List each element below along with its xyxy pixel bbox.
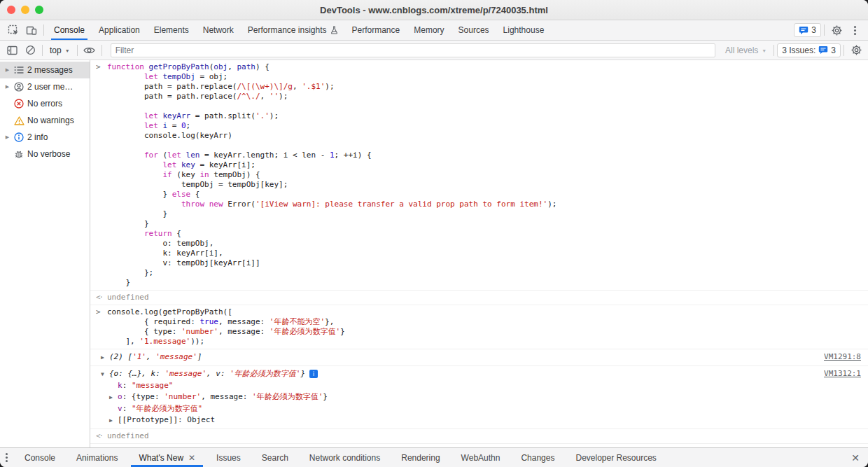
code-token: ], <box>107 337 139 346</box>
code-token <box>107 111 144 120</box>
drawer-tab-what-s-new[interactable]: What's New✕ <box>128 448 206 467</box>
expand-triangle-icon[interactable]: ▶ <box>4 84 11 90</box>
tab-performance-insights[interactable]: Performance insights <box>241 20 345 40</box>
window-title: DevTools - www.cnblogs.com/xtreme/p/7240… <box>0 5 868 15</box>
console-prompt[interactable]: > <box>90 444 868 447</box>
code-token: } <box>300 369 305 378</box>
drawer-tab-animations[interactable]: Animations <box>66 448 128 467</box>
code-token: undefined <box>107 293 149 302</box>
code-line: let key = keyArr[i]; <box>90 160 868 170</box>
drawer-tab-console[interactable]: Console <box>14 448 66 467</box>
sidebar-item-no-errors[interactable]: No errors <box>0 95 90 112</box>
code-line: }; <box>90 268 868 278</box>
device-toolbar-icon[interactable] <box>22 22 41 39</box>
drawer-tab-rendering[interactable]: Rendering <box>391 448 450 467</box>
expand-triangle-icon[interactable]: ▶ <box>4 134 11 140</box>
filter-input[interactable] <box>111 43 715 57</box>
drawer-tab-search[interactable]: Search <box>251 448 299 467</box>
tab-console[interactable]: Console <box>47 20 92 40</box>
sidebar-item-2-user-me[interactable]: ▶2 user me… <box>0 78 90 95</box>
code-token: ); <box>325 82 334 91</box>
code-line: ▶(2) ['1', 'message'] <box>90 351 868 363</box>
console-sidebar-toggle-icon[interactable] <box>3 42 21 59</box>
code-token: tempObj = tempObj[key]; <box>107 180 288 189</box>
expand-triangle-icon[interactable]: ▶ <box>4 67 11 73</box>
sidebar-item-2-messages[interactable]: ▶2 messages <box>0 62 90 78</box>
settings-gear-icon[interactable] <box>827 22 846 39</box>
sidebar-item-label: No warnings <box>27 116 74 125</box>
code-token: } <box>107 278 130 287</box>
tab-lighthouse[interactable]: Lighthouse <box>496 20 552 40</box>
tab-application[interactable]: Application <box>92 20 147 40</box>
expand-triangle-icon[interactable]: ▶ <box>101 352 109 363</box>
sidebar-item-2-info[interactable]: ▶2 info <box>0 129 90 146</box>
code-token: 'message' <box>164 369 206 378</box>
code-line: } <box>90 278 868 288</box>
code-token: '年龄必须为数字值' <box>270 327 340 336</box>
live-expression-eye-icon[interactable] <box>80 42 99 59</box>
code-token: v: tempObj[keyArr[i]] <box>107 258 260 267</box>
code-token: , <box>227 62 237 71</box>
drawer-tab-network-conditions[interactable]: Network conditions <box>299 448 391 467</box>
code-line: throw new Error('[iView warn]: please tr… <box>90 200 868 209</box>
tab-network[interactable]: Network <box>196 20 241 40</box>
console-prompt-chevron-icon: > <box>96 446 101 447</box>
console-sidebar: ▶2 messages▶2 user me…No errorsNo warnin… <box>0 60 90 447</box>
sidebar-item-no-verbose[interactable]: No verbose <box>0 146 90 162</box>
drawer-close-icon[interactable]: ✕ <box>843 452 868 463</box>
issue-bubble-icon <box>799 26 808 35</box>
code-token: { <box>190 190 200 199</box>
code-token: ; ++i) { <box>335 151 372 160</box>
code-line: ▼{o: {…}, k: 'message', v: '年龄必须为数字值'}i <box>90 368 868 380</box>
code-token: : <box>122 381 132 390</box>
code-token: }; <box>107 268 153 277</box>
code-token: /^\./ <box>237 92 260 101</box>
code-token: }, <box>325 317 334 326</box>
inspect-element-icon[interactable] <box>4 22 22 39</box>
divider <box>844 45 844 56</box>
execution-context-selector[interactable]: top ▼ <box>46 46 74 55</box>
close-tab-icon[interactable]: ✕ <box>188 453 195 463</box>
code-token: ) { <box>255 62 270 71</box>
code-token: '.$1' <box>302 82 325 91</box>
tab-sources[interactable]: Sources <box>451 20 496 40</box>
code-token: '[iView warn]: please transfer a valid p… <box>255 200 547 209</box>
code-token: path <box>237 62 255 71</box>
drawer-tab-label: Network conditions <box>309 453 380 463</box>
tab-performance[interactable]: Performance <box>345 20 407 40</box>
code-line: console.log(getPropByPath([ <box>90 307 868 317</box>
issues-badge[interactable]: 3 <box>794 23 821 37</box>
log-levels-dropdown[interactable]: All levels ▼ <box>721 46 771 55</box>
code-token: Error( <box>223 200 255 209</box>
expand-triangle-icon[interactable]: ▶ <box>109 415 118 426</box>
drawer-tab-issues[interactable]: Issues <box>206 448 251 467</box>
value-info-icon[interactable]: i <box>309 370 318 378</box>
drawer-tab-webauthn[interactable]: WebAuthn <box>451 448 511 467</box>
expand-triangle-icon[interactable]: ▶ <box>109 392 118 403</box>
tab-elements[interactable]: Elements <box>147 20 196 40</box>
more-options-icon[interactable] <box>846 22 864 39</box>
sidebar-item-label: 2 messages <box>27 65 73 75</box>
tab-memory[interactable]: Memory <box>407 20 451 40</box>
code-line: ▶o: {type: 'number', message: '年龄必须为数字值'… <box>90 391 868 403</box>
tab-label: Performance <box>352 25 400 35</box>
drawer-tab-changes[interactable]: Changes <box>510 448 565 467</box>
code-token: 0 <box>181 121 186 130</box>
drawer-tab-developer-resources[interactable]: Developer Resources <box>565 448 666 467</box>
console-settings-gear-icon[interactable] <box>847 42 865 59</box>
divider <box>77 45 78 56</box>
sidebar-item-no-warnings[interactable]: No warnings <box>0 112 90 129</box>
code-token: = path.split( <box>190 111 255 120</box>
code-token: } <box>107 209 167 218</box>
issues-counter-button[interactable]: 3 Issues: 3 <box>777 43 841 57</box>
panel-tab-bar: ConsoleApplicationElementsNetworkPerform… <box>0 20 868 41</box>
drawer-more-tabs-icon[interactable] <box>0 449 14 466</box>
drawer-tab-label: Animations <box>76 453 118 463</box>
code-token: } <box>107 219 149 228</box>
code-token <box>176 160 181 169</box>
code-token: (2) [ <box>109 352 132 361</box>
clear-console-icon[interactable] <box>21 42 39 59</box>
expand-triangle-icon[interactable]: ▼ <box>101 369 109 380</box>
code-token: ( <box>158 151 167 160</box>
divider <box>102 45 102 56</box>
